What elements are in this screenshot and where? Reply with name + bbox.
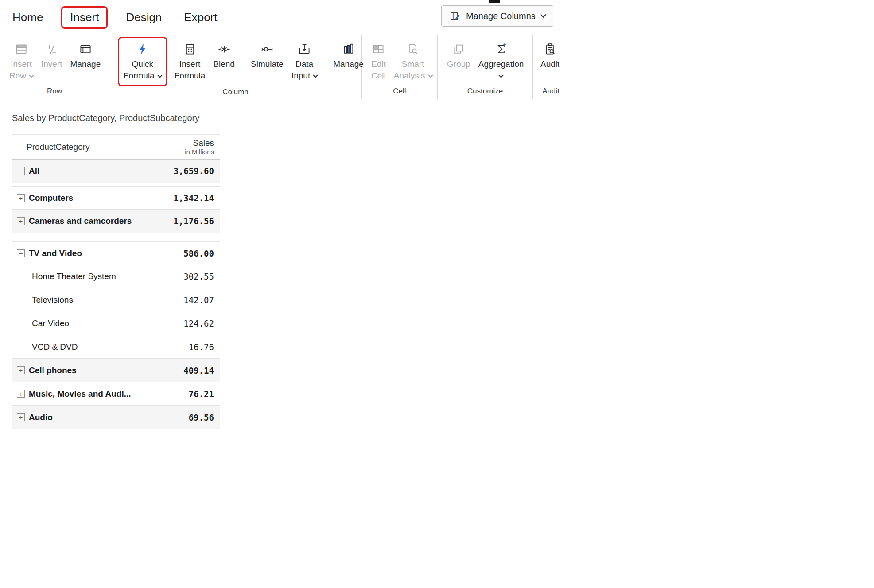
column-header-productcategory[interactable]: ProductCategory — [12, 135, 143, 159]
insert-formula-button[interactable]: Insert Formula — [171, 38, 210, 83]
row-value: 142.07 — [183, 295, 214, 305]
group-label-customize: Customize — [438, 84, 532, 99]
row-label: TV and Video — [29, 249, 82, 258]
ribbon: Insert Row Invert — [0, 35, 874, 99]
row-label: Cell phones — [29, 366, 77, 375]
row-label: VCD & DVD — [32, 342, 78, 352]
manage-rows-icon — [79, 40, 92, 58]
group-label-cell: Cell — [362, 84, 437, 99]
collapse-toggle[interactable]: − — [17, 249, 25, 257]
tab-home[interactable]: Home — [10, 9, 46, 26]
simulate-button[interactable]: Simulate — [247, 38, 287, 72]
insert-formula-icon — [183, 40, 197, 58]
chevron-down-icon — [313, 73, 318, 78]
table-row[interactable]: + Computers 1,342.14 — [12, 186, 220, 210]
aggregation-icon — [494, 40, 508, 58]
ribbon-spacer — [569, 35, 874, 99]
table-row[interactable]: VCD & DVD 16.76 — [12, 335, 220, 359]
quick-formula-icon — [136, 40, 149, 58]
row-label: Computers — [29, 193, 73, 203]
edit-cell-icon — [372, 40, 385, 58]
aggregation-button[interactable]: Aggregation — [474, 38, 528, 83]
row-value: 16.76 — [189, 342, 214, 352]
group-icon — [452, 40, 465, 58]
manage-columns-icon — [449, 10, 461, 22]
group-label-audit: Audit — [533, 84, 569, 99]
table-row[interactable]: Televisions 142.07 — [12, 288, 220, 312]
blend-icon — [218, 40, 231, 58]
row-label: Music, Movies and Audi... — [29, 389, 131, 399]
row-value: 586.00 — [183, 249, 214, 258]
row-value: 76.21 — [189, 389, 214, 399]
row-value: 3,659.60 — [173, 166, 214, 176]
tab-insert[interactable]: Insert — [62, 8, 106, 27]
audit-button[interactable]: Audit — [536, 38, 563, 72]
audit-icon — [544, 40, 557, 58]
manage-rows-button[interactable]: Manage — [66, 38, 105, 72]
invert-button: Invert — [37, 38, 66, 72]
row-label: Car Video — [32, 319, 69, 328]
table-title: Sales by ProductCategory, ProductSubcate… — [12, 113, 874, 123]
table-row[interactable]: + Audio 69.56 — [12, 406, 220, 429]
collapse-toggle[interactable]: − — [17, 167, 25, 175]
column-header-sales[interactable]: Sales in Millions — [143, 135, 220, 159]
ribbon-group-column: Quick Formula Insert — [109, 35, 362, 99]
pivot-table: ProductCategory Sales in Millions − All … — [12, 134, 220, 429]
table-row[interactable]: − All 3,659.60 — [12, 160, 220, 183]
row-label: Audio — [29, 413, 53, 422]
ribbon-tab-bar: Home Insert Design Export Manage Columns — [0, 0, 874, 35]
row-value: 124.62 — [183, 319, 214, 328]
data-input-button[interactable]: Data Input — [287, 38, 321, 83]
table-row[interactable]: − TV and Video 586.00 — [12, 241, 220, 265]
table-header-row: ProductCategory Sales in Millions — [12, 134, 220, 160]
expand-toggle[interactable]: + — [17, 194, 25, 202]
chevron-down-icon — [428, 73, 433, 78]
expand-toggle[interactable]: + — [17, 366, 25, 374]
edit-cell-button: Edit Cell — [367, 38, 390, 83]
group-label-column: Column — [109, 85, 361, 99]
tab-export[interactable]: Export — [181, 9, 220, 26]
data-input-icon — [298, 40, 311, 58]
row-label: Home Theater System — [32, 272, 116, 281]
blend-button[interactable]: Blend — [209, 38, 239, 72]
group-label-row: Row — [0, 84, 109, 99]
expand-toggle[interactable]: + — [17, 217, 25, 225]
row-value: 69.56 — [189, 413, 214, 422]
chevron-down-icon — [498, 73, 503, 78]
smart-analysis-button: Smart Analysis — [390, 38, 436, 83]
table-row[interactable]: + Cameras and camcorders 1,176.56 — [12, 210, 220, 233]
row-value: 1,342.14 — [173, 193, 214, 203]
table-row[interactable]: Car Video 124.62 — [12, 312, 220, 335]
group-button: Group — [443, 38, 474, 72]
tab-design[interactable]: Design — [123, 9, 164, 26]
row-label: All — [29, 166, 39, 176]
table-row[interactable]: Home Theater System 302.55 — [12, 265, 220, 288]
row-label: Cameras and camcorders — [29, 216, 132, 226]
ribbon-group-customize: Group Aggregation Customize — [438, 35, 533, 99]
table-row[interactable]: + Music, Movies and Audi... 76.21 — [12, 382, 220, 406]
smart-analysis-icon — [406, 40, 420, 58]
ribbon-group-cell: Edit Cell Smart Analysis Cell — [362, 35, 438, 99]
insert-row-icon — [15, 40, 28, 58]
simulate-icon — [260, 40, 274, 58]
table-row[interactable]: + Cell phones 409.14 — [12, 359, 220, 382]
manage-columns-stack-icon — [342, 40, 355, 58]
expand-toggle[interactable]: + — [17, 390, 25, 398]
manage-columns-label: Manage Columns — [466, 11, 536, 21]
chevron-down-icon — [157, 73, 162, 78]
ribbon-group-row: Insert Row Invert — [0, 35, 109, 99]
quick-formula-button[interactable]: Quick Formula — [119, 38, 166, 85]
expand-toggle[interactable]: + — [17, 413, 25, 421]
row-value: 1,176.56 — [173, 216, 214, 226]
manage-columns-button[interactable]: Manage Columns — [441, 5, 553, 27]
insert-row-button: Insert Row — [5, 38, 37, 83]
invert-icon — [45, 40, 58, 58]
row-label: Televisions — [32, 295, 73, 305]
app-window: Home Insert Design Export Manage Columns — [0, 0, 874, 588]
row-value: 409.14 — [183, 366, 214, 375]
row-value: 302.55 — [183, 272, 214, 281]
chevron-down-icon — [540, 12, 546, 18]
ribbon-group-audit: Audit Audit — [533, 35, 569, 99]
chevron-down-icon — [29, 73, 34, 78]
